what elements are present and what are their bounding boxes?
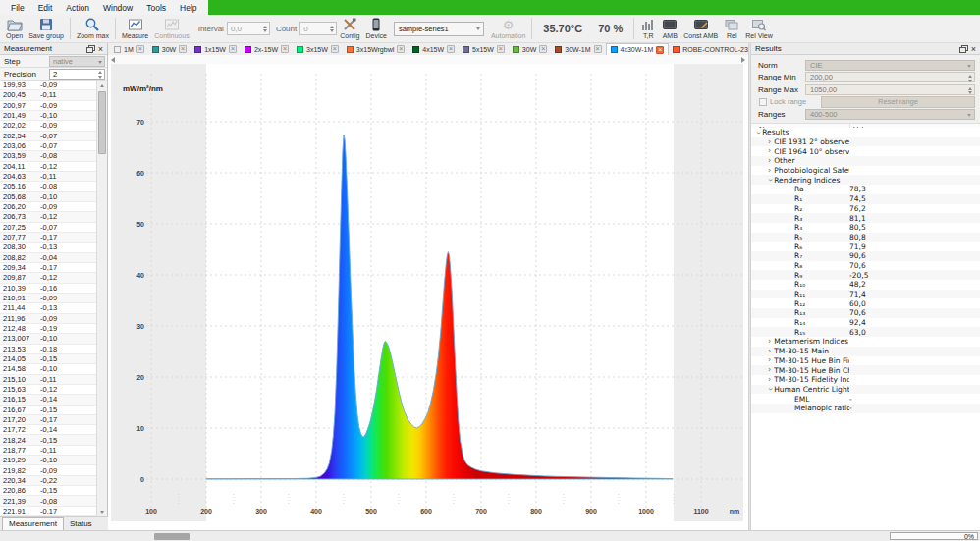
result-tree-row[interactable]: R₂76,2 bbox=[751, 204, 980, 214]
spinner-arrows-icon[interactable] bbox=[98, 71, 102, 79]
series-tab[interactable]: 1M× bbox=[110, 43, 148, 55]
ranges-select[interactable]: 400-500 bbox=[805, 109, 975, 120]
measurement-row[interactable]: 202,54-0,07 bbox=[0, 132, 97, 141]
result-tree-row[interactable]: Ra78,3 bbox=[751, 185, 980, 194]
device-button[interactable]: Device bbox=[362, 16, 389, 42]
measurement-row[interactable]: 200,97-0,09 bbox=[0, 101, 97, 111]
result-tree-row[interactable]: R₁₄92,4 bbox=[751, 318, 980, 328]
bottom-tab-status[interactable]: Status bbox=[64, 518, 98, 530]
close-icon[interactable]: × bbox=[539, 45, 547, 53]
menu-item-help[interactable]: Help bbox=[173, 3, 203, 13]
measurement-row[interactable]: 206,20-0,09 bbox=[0, 202, 97, 212]
rel-view-button[interactable]: Rel View bbox=[742, 16, 776, 42]
result-tree-row[interactable]: R₉-20,5 bbox=[751, 270, 980, 280]
measurement-row[interactable]: 214,05-0,15 bbox=[0, 354, 97, 364]
close-icon[interactable]: × bbox=[594, 45, 602, 53]
menu-item-file[interactable]: File bbox=[4, 3, 31, 13]
close-icon[interactable]: × bbox=[229, 45, 237, 53]
measurement-row[interactable]: 209,87-0,12 bbox=[0, 273, 97, 283]
float-window-icon[interactable] bbox=[959, 45, 968, 53]
result-tree-row[interactable]: ›Human Centric Lighting bbox=[751, 385, 980, 395]
result-tree-row[interactable]: ›Photobiological Safety bbox=[751, 166, 980, 176]
series-tab[interactable]: ROBE-CONTROL-236-× bbox=[669, 43, 748, 55]
scrollbar-thumb[interactable] bbox=[98, 91, 106, 154]
series-tab[interactable]: 2x-15W× bbox=[241, 43, 293, 55]
measurement-row[interactable]: 216,67-0,15 bbox=[0, 406, 97, 415]
measurement-scrollbar[interactable] bbox=[96, 81, 107, 516]
result-tree-row[interactable]: R₁₅63,0 bbox=[751, 327, 980, 337]
series-tab[interactable]: 30W-1M× bbox=[551, 43, 605, 55]
count-input[interactable]: 0 bbox=[299, 22, 337, 35]
measurement-row[interactable]: 199,93-0,09 bbox=[0, 81, 97, 90]
result-tree-row[interactable]: ›Metamerism Indices bbox=[751, 337, 980, 347]
measurement-row[interactable]: 213,53-0,18 bbox=[0, 345, 97, 354]
result-tree-row[interactable]: ›CIE 1931 2° observer bbox=[751, 137, 980, 147]
expand-icon[interactable]: › bbox=[768, 366, 771, 374]
measurement-row[interactable]: 205,16-0,08 bbox=[0, 182, 97, 191]
result-tree-row[interactable]: ›Rendering Indices bbox=[751, 175, 980, 185]
result-tree-row[interactable]: R₈70,6 bbox=[751, 261, 980, 271]
reset-range-button[interactable]: Reset range bbox=[821, 96, 975, 108]
measure-button[interactable]: Measure bbox=[119, 16, 151, 42]
menu-item-edit[interactable]: Edit bbox=[31, 3, 60, 13]
spectrum-plot[interactable]: 10020030040050060070080090010001100nm010… bbox=[109, 64, 747, 530]
close-icon[interactable]: × bbox=[397, 45, 405, 53]
measurement-row[interactable]: 214,58-0,10 bbox=[0, 364, 97, 374]
spectrum-chart-area[interactable]: 10020030040050060070080090010001100nm010… bbox=[108, 55, 748, 530]
measurement-row[interactable]: 217,20-0,17 bbox=[0, 415, 97, 425]
save-group-button[interactable]: Save group bbox=[26, 16, 67, 42]
measurement-row[interactable]: 211,96-0,09 bbox=[0, 314, 97, 324]
expand-icon[interactable]: › bbox=[768, 138, 771, 146]
precision-input[interactable]: 2 bbox=[49, 69, 105, 80]
result-tree-row[interactable]: R₆71,9 bbox=[751, 242, 980, 251]
expand-icon[interactable]: › bbox=[768, 348, 771, 355]
scroll-down-icon[interactable] bbox=[97, 507, 107, 516]
close-icon[interactable]: × bbox=[497, 45, 505, 53]
close-icon[interactable]: × bbox=[98, 45, 103, 53]
measurement-row[interactable]: 207,25-0,07 bbox=[0, 223, 97, 233]
result-tree-row[interactable]: R₄80,5 bbox=[751, 223, 980, 233]
step-select[interactable]: native bbox=[49, 56, 105, 67]
series-tab[interactable]: 5x15W× bbox=[459, 43, 509, 55]
series-tab[interactable]: 4x15W× bbox=[408, 43, 459, 55]
close-icon[interactable]: × bbox=[447, 45, 455, 53]
scroll-up-icon[interactable] bbox=[97, 81, 107, 90]
const-amb-button[interactable]: Const AMB bbox=[681, 16, 721, 42]
measurement-row[interactable]: 219,29-0,10 bbox=[0, 456, 97, 465]
measurement-row[interactable]: 212,48-0,19 bbox=[0, 324, 97, 334]
result-tree-row[interactable]: ›TM-30-15 Main bbox=[751, 347, 980, 356]
series-tab[interactable]: 30W× bbox=[148, 43, 191, 55]
norm-select[interactable]: CIE bbox=[805, 60, 975, 71]
measurement-row[interactable]: 204,63-0,11 bbox=[0, 172, 97, 182]
close-icon[interactable]: × bbox=[331, 45, 339, 53]
measurement-row[interactable]: 219,82-0,09 bbox=[0, 465, 97, 475]
expand-icon[interactable]: › bbox=[768, 338, 771, 346]
series-tab[interactable]: 3x15W× bbox=[293, 43, 343, 55]
collapse-icon[interactable]: › bbox=[766, 179, 774, 182]
spinner-arrows-icon[interactable] bbox=[968, 87, 972, 95]
measurement-row[interactable]: 202,02-0,09 bbox=[0, 121, 97, 131]
expand-icon[interactable]: › bbox=[768, 147, 771, 155]
result-tree-row[interactable]: R₁₂60,0 bbox=[751, 298, 980, 308]
measurement-row[interactable]: 220,34-0,22 bbox=[0, 476, 97, 486]
spectrum-curve[interactable] bbox=[206, 135, 673, 479]
series-tab[interactable]: 3x15Wrgbwl× bbox=[343, 43, 408, 55]
scroll-right-icon[interactable] bbox=[741, 57, 745, 63]
measurement-row[interactable]: 215,63-0,12 bbox=[0, 385, 97, 395]
series-tab[interactable]: 4x30W-1M× bbox=[606, 43, 670, 55]
amb-button[interactable]: AMB bbox=[659, 16, 681, 42]
measurement-row[interactable]: 207,77-0,17 bbox=[0, 233, 97, 243]
close-icon[interactable]: × bbox=[281, 45, 289, 53]
range-max-input[interactable]: 1050,00 bbox=[805, 84, 975, 95]
measurement-row[interactable]: 208,30-0,13 bbox=[0, 243, 97, 252]
measurement-row[interactable]: 220,86-0,15 bbox=[0, 486, 97, 496]
close-icon[interactable]: × bbox=[136, 45, 144, 53]
menu-item-tools[interactable]: Tools bbox=[139, 3, 173, 13]
horizontal-scrollbar-thumb[interactable] bbox=[154, 533, 190, 540]
interval-input[interactable]: 0,0 bbox=[227, 22, 270, 35]
result-tree-row[interactable]: R₁₁71,4 bbox=[751, 290, 980, 299]
open-button[interactable]: Open bbox=[3, 16, 26, 42]
result-tree-row[interactable]: R₁₀48,2 bbox=[751, 280, 980, 290]
spinner-arrows-icon[interactable] bbox=[968, 75, 972, 82]
result-tree-row[interactable]: R₁74,5 bbox=[751, 194, 980, 204]
